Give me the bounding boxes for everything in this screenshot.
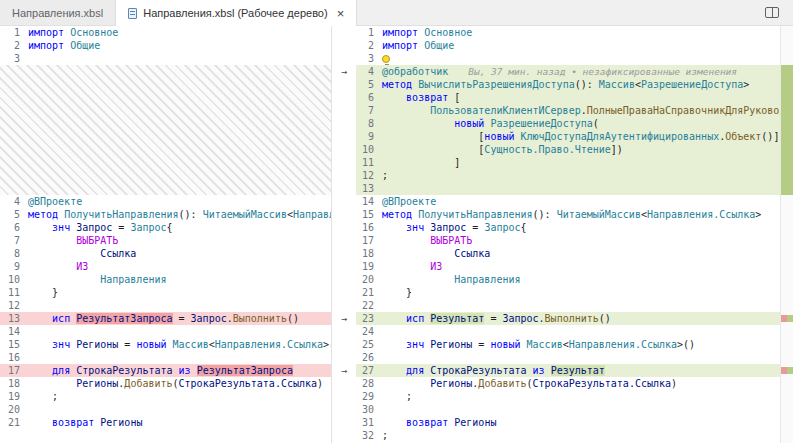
code-line[interactable]: } <box>374 286 780 299</box>
code-line[interactable]: знч Запрос = Запрос{ <box>20 221 331 234</box>
code-line[interactable] <box>374 182 780 195</box>
code-line[interactable]: ПользователиКлиентИСервер.ПолныеПраваНаС… <box>374 104 780 117</box>
diff-margin <box>332 195 356 208</box>
code-line[interactable]: [Сущность.Право.Чтение]) <box>374 143 780 156</box>
revert-change-arrow-icon[interactable]: → <box>332 312 356 325</box>
line-number: 14 <box>0 325 20 338</box>
code-line[interactable]: для СтрокаРезультата из РезультатЗапроса <box>20 364 331 377</box>
tab-file-working-tree[interactable]: Направления.xbsl (Рабочее дерево) × <box>116 0 357 26</box>
code-token <box>545 365 551 376</box>
editor-line: 12 <box>0 299 331 312</box>
code-line[interactable]: метод ВычислитьРазрешенияДоступа(): Масс… <box>374 78 780 91</box>
code-line[interactable]: новый РазрешениеДоступа( <box>374 117 780 130</box>
tab-label: Направления.xbsl <box>12 7 103 19</box>
code-line[interactable]: ; <box>374 169 780 182</box>
code-token: знч <box>406 339 424 350</box>
close-icon[interactable]: × <box>337 7 345 20</box>
code-line[interactable]: импорт Основное <box>20 26 331 39</box>
code-line[interactable]: ВЫБРАТЬ <box>20 234 331 247</box>
code-token: ВычислитьРазрешенияДоступа <box>418 79 575 90</box>
editor-line: 3 <box>0 52 331 65</box>
code-token: знч <box>52 222 70 233</box>
code-line[interactable]: знч Регионы = новый Массив<Направления.С… <box>20 338 331 351</box>
overview-ruler[interactable] <box>780 26 793 443</box>
code-line[interactable]: ВЫБРАТЬ <box>374 234 780 247</box>
code-line[interactable] <box>20 403 331 416</box>
editor-line: 30 <box>332 403 780 416</box>
code-line[interactable]: Регионы.Добавить(СтрокаРезультата.Ссылка… <box>20 377 331 390</box>
code-line[interactable] <box>20 299 331 312</box>
code-line[interactable]: импорт Общие <box>20 39 331 52</box>
code-line[interactable] <box>20 52 331 65</box>
code-line[interactable]: для СтрокаРезультата из Результат <box>374 364 780 377</box>
code-token: ; <box>382 170 388 181</box>
code-token: Запрос <box>130 222 166 233</box>
code-line[interactable]: ; <box>20 390 331 403</box>
code-token: ЧитаемыйМассив <box>203 209 287 220</box>
code-line[interactable]: метод ПолучитьНаправления(): ЧитаемыйМас… <box>374 208 780 221</box>
code-line[interactable] <box>20 325 331 338</box>
code-token: Регионы <box>76 378 118 389</box>
code-token: Регионы <box>430 378 472 389</box>
code-line[interactable]: Ссылка <box>374 247 780 260</box>
code-line[interactable] <box>374 325 780 338</box>
code-line[interactable]: возврат Регионы <box>374 416 780 429</box>
code-line[interactable]: Направления <box>20 273 331 286</box>
code-line[interactable]: импорт Основное <box>374 26 780 39</box>
line-number: 23 <box>356 312 374 325</box>
code-line[interactable]: Ссылка <box>20 247 331 260</box>
code-line[interactable] <box>374 299 780 312</box>
code-token: новый <box>490 339 520 350</box>
code-line[interactable] <box>374 351 780 364</box>
code-line[interactable]: импорт Общие <box>374 39 780 52</box>
code-token: Регионы <box>100 417 142 428</box>
editor-pane-original[interactable]: 1импорт Основное2импорт Общие34@ВПроекте… <box>0 26 331 443</box>
split-editor-icon[interactable] <box>765 7 779 18</box>
revert-change-arrow-icon[interactable]: → <box>332 65 356 78</box>
code-line[interactable] <box>374 52 780 65</box>
code-line[interactable]: метод ПолучитьНаправления(): ЧитаемыйМас… <box>20 208 331 221</box>
code-line[interactable]: ; <box>374 390 780 403</box>
code-token: @ВПроекте <box>28 196 82 207</box>
editor-line: 9 [новый КлючДоступаДляАутентифицированн… <box>332 130 780 143</box>
code-line[interactable] <box>374 403 780 416</box>
code-line[interactable]: знч Регионы = новый Массив<Направления.С… <box>374 338 780 351</box>
code-token: Ссылка <box>100 248 136 259</box>
editor-line: 11 ] <box>332 156 780 169</box>
code-token <box>382 235 430 246</box>
code-line[interactable]: возврат [ <box>374 91 780 104</box>
editor-pane-modified[interactable]: 1импорт Основное2импорт Общие3→4@обработ… <box>332 26 780 443</box>
code-token <box>28 248 100 259</box>
code-line[interactable]: ИЗ <box>374 260 780 273</box>
line-number: 5 <box>0 208 20 221</box>
revert-change-arrow-icon[interactable]: → <box>332 364 356 377</box>
code-line[interactable]: @ВПроекте <box>374 195 780 208</box>
code-line[interactable]: @обработчикВы, 37 мин. назад • незафикси… <box>374 65 780 78</box>
code-line[interactable]: } <box>20 286 331 299</box>
code-line[interactable]: возврат Регионы <box>20 416 331 429</box>
line-number: 3 <box>356 52 374 65</box>
code-line[interactable]: ; <box>374 429 780 442</box>
code-line[interactable]: Направления <box>374 273 780 286</box>
code-line[interactable]: [новый КлючДоступаДляАутентифицированных… <box>374 130 780 143</box>
line-number: 20 <box>0 403 20 416</box>
code-line[interactable]: Регионы.Добавить(СтрокаРезультата.Ссылка… <box>374 377 780 390</box>
code-token: > <box>755 209 761 220</box>
code-line[interactable]: знч Запрос = Запрос{ <box>374 221 780 234</box>
lightbulb-icon[interactable] <box>382 55 390 63</box>
code-token: из <box>179 365 191 376</box>
code-token: ; <box>28 391 58 402</box>
code-line[interactable]: исп РезультатЗапроса = Запрос.Выполнить(… <box>20 312 331 325</box>
code-token: Объект <box>725 131 761 142</box>
editor-line: 16 <box>0 351 331 364</box>
tab-file-original[interactable]: Направления.xbsl <box>0 0 116 25</box>
diff-margin <box>332 429 356 442</box>
code-token: Результат <box>430 313 484 324</box>
code-line[interactable] <box>20 351 331 364</box>
code-line[interactable]: ИЗ <box>20 260 331 273</box>
code-line[interactable]: ] <box>374 156 780 169</box>
code-token: знч <box>406 222 424 233</box>
code-token: [ <box>382 144 484 155</box>
code-line[interactable]: исп Результат = Запрос.Выполнить() <box>374 312 780 325</box>
code-line[interactable]: @ВПроекте <box>20 195 331 208</box>
